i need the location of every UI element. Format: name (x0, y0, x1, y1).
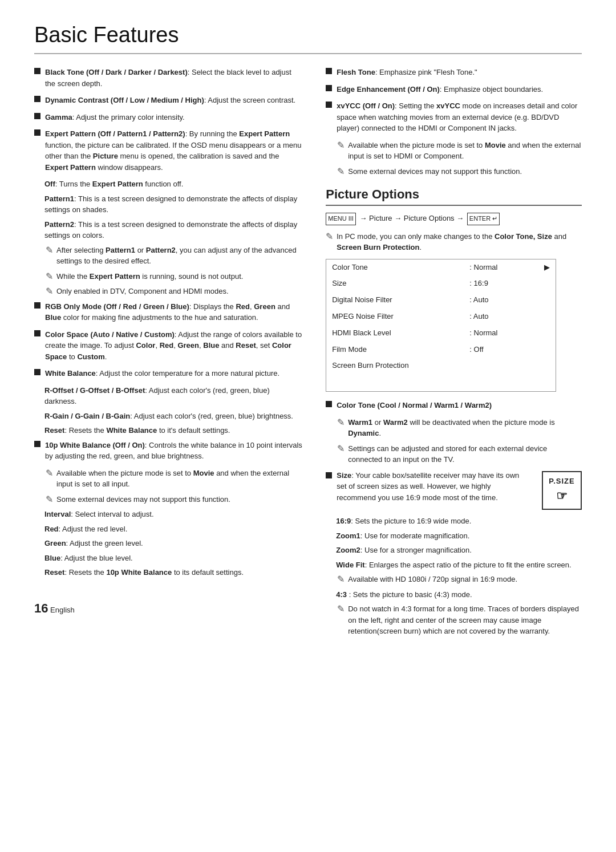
bullet-size: Size: Your cable box/satellite receiver … (326, 470, 582, 510)
bullet-square-icon (326, 85, 332, 91)
bullet-square-icon (326, 401, 332, 407)
table-row: HDMI Black Level : Normal (326, 325, 556, 342)
note-icon: ✎ (337, 166, 345, 177)
table-cell-label: Screen Burn Protection (326, 358, 464, 374)
table-cell-value: : Normal (464, 325, 556, 342)
bullet-black-tone: Black Tone (Off / Dark / Darker / Darkes… (34, 67, 303, 89)
note-icon: ✎ (46, 494, 53, 505)
bullet-white-balance: White Balance: Adjust the color temperat… (34, 368, 303, 379)
bullet-square-icon (34, 96, 40, 102)
bullet-label: xvYCC (Off / On) (337, 102, 395, 110)
arrow-right-icon: ▶ (544, 262, 550, 274)
note-icon: ✎ (337, 140, 345, 151)
bullet-square-icon (34, 330, 40, 336)
psize-button: P.SIZE ☞ (536, 470, 582, 510)
bullet-text: : Adjust the color temperature for a mor… (96, 369, 279, 378)
tenp-blue: Blue: Adjust the blue level. (44, 553, 303, 564)
bullet-square-icon (34, 302, 40, 309)
bullet-rgb-mode: RGB Only Mode (Off / Red / Green / Blue)… (34, 301, 303, 323)
bullet-label: Flesh Tone (337, 68, 375, 76)
table-row: Film Mode : Off (326, 342, 556, 358)
bullet-color-space: Color Space (Auto / Native / Custom): Ad… (34, 329, 303, 363)
table-row: Digital Noise Filter : Auto (326, 292, 556, 309)
bullet-square-icon (326, 102, 332, 108)
wb-gain: R-Gain / G-Gain / B-Gain: Adjust each co… (44, 411, 303, 422)
note-icon: ✎ (46, 271, 53, 282)
bullet-label: Gamma (45, 113, 72, 121)
bullet-label: Dynamic Contrast (Off / Low / Medium / H… (45, 96, 204, 104)
table-cell-value: : Auto (464, 292, 556, 309)
bullet-text: : Emphasize object boundaries. (440, 85, 543, 94)
wide-fit-note: ✎ Available with HD 1080i / 720p signal … (337, 574, 582, 585)
tenp-reset: Reset: Resets the 10p White Balance to i… (44, 567, 303, 578)
tenp-red: Red: Adjust the red level. (44, 524, 303, 535)
four3-note: ✎ Do not watch in 4:3 format for a long … (337, 603, 582, 637)
note-icon: ✎ (46, 286, 53, 297)
expert-off: Off: Turns the Expert Pattern function o… (44, 178, 303, 190)
bullet-color-tone: Color Tone (Cool / Normal / Warm1 / Warm… (326, 400, 582, 411)
bullet-gamma: Gamma: Adjust the primary color intensit… (34, 112, 303, 123)
table-cell-label: Color Tone (326, 259, 464, 276)
expert-note-1: ✎ After selecting Pattern1 or Pattern2, … (46, 245, 303, 267)
table-cell-value: : Normal ▶ (464, 259, 556, 276)
table-cell-label: Size (326, 275, 464, 292)
table-row: Screen Burn Protection (326, 358, 556, 374)
expert-note-2: ✎ While the Expert Pattern is running, s… (46, 271, 303, 282)
bullet-square-icon (34, 113, 40, 119)
psize-box: P.SIZE ☞ (542, 471, 582, 510)
note-icon: ✎ (337, 417, 345, 428)
size-zoom1: Zoom1: Use for moderate magnification. (336, 530, 582, 542)
table-row: MPEG Noise Filter : Auto (326, 309, 556, 325)
table-row: Color Tone : Normal ▶ (326, 259, 556, 276)
tenp-note-1: ✎ Available when the picture mode is set… (46, 468, 303, 490)
tenp-green: Green: Adjust the green level. (44, 538, 303, 549)
bullet-label: White Balance (45, 369, 96, 378)
bullet-square-icon (326, 472, 332, 478)
table-cell-label: HDMI Black Level (326, 325, 464, 342)
note-icon: ✎ (337, 603, 345, 614)
left-column: Black Tone (Off / Dark / Darker / Darkes… (34, 67, 303, 641)
section-title: Picture Options (326, 187, 582, 206)
page-number-area: 16 English (34, 601, 303, 616)
xvycc-note-1: ✎ Available when the picture mode is set… (337, 140, 582, 162)
table-cell-label: Film Mode (326, 342, 464, 358)
note-icon: ✎ (46, 245, 53, 255)
bullet-text: : Adjust the screen contrast. (204, 96, 295, 104)
bullet-square-icon (326, 68, 332, 74)
bullet-10p-wb: 10p White Balance (Off / On): Controls t… (34, 440, 303, 462)
xvycc-note-2: ✎ Some external devices may not support … (337, 166, 582, 177)
bullet-edge-enhancement: Edge Enhancement (Off / On): Emphasize o… (326, 84, 582, 95)
menu-icon: MENU III (326, 213, 356, 225)
bullet-label: Expert Pattern (Off / Pattern1 / Pattern… (45, 129, 185, 138)
size-zoom2: Zoom2: Use for a stronger magnification. (336, 545, 582, 556)
bullet-label: RGB Only Mode (Off / Red / Green / Blue) (45, 302, 189, 311)
expert-pattern2: Pattern2: This is a test screen designed… (44, 219, 303, 241)
bullet-label: Color Space (Auto / Native / Custom) (45, 330, 175, 339)
table-cell-label: MPEG Noise Filter (326, 309, 464, 325)
bullet-dynamic-contrast: Dynamic Contrast (Off / Low / Medium / H… (34, 95, 303, 106)
bullet-square-icon (34, 441, 40, 447)
psize-label: P.SIZE (549, 476, 575, 487)
bullet-flesh-tone: Flesh Tone: Emphasize pink "Flesh Tone." (326, 67, 582, 78)
expert-note-3: ✎ Only enabled in DTV, Component and HDM… (46, 286, 303, 297)
menu-path: MENU III → Picture → Picture Options → E… (326, 213, 582, 225)
bullet-square-icon (34, 129, 40, 136)
bullet-label: Black Tone (Off / Dark / Darker / Darkes… (45, 68, 188, 76)
note-icon: ✎ (326, 231, 333, 242)
bullet-square-icon (34, 369, 40, 375)
table-cell-value: : Off (464, 342, 556, 358)
bullet-label: Edge Enhancement (Off / On) (337, 85, 440, 94)
bullet-text: : Adjust the primary color intensity. (72, 113, 185, 121)
enter-icon: ENTER ↵ (467, 213, 500, 225)
right-column: Flesh Tone: Emphasize pink "Flesh Tone."… (326, 67, 582, 641)
picture-options-section: Picture Options MENU III → Picture → Pic… (326, 187, 582, 637)
bullet-label: Color Tone (Cool / Normal / Warm1 / Warm… (337, 401, 492, 409)
bullet-text: : Emphasize pink "Flesh Tone." (375, 68, 477, 76)
page-number: 16 (34, 601, 48, 615)
page-label: English (50, 606, 75, 614)
table-cell-label: Digital Noise Filter (326, 292, 464, 309)
note-icon: ✎ (337, 574, 345, 585)
tenp-interval: Interval: Select interval to adjust. (44, 509, 303, 520)
bullet-square-icon (34, 68, 40, 74)
table-cell-value: : Auto (464, 309, 556, 325)
